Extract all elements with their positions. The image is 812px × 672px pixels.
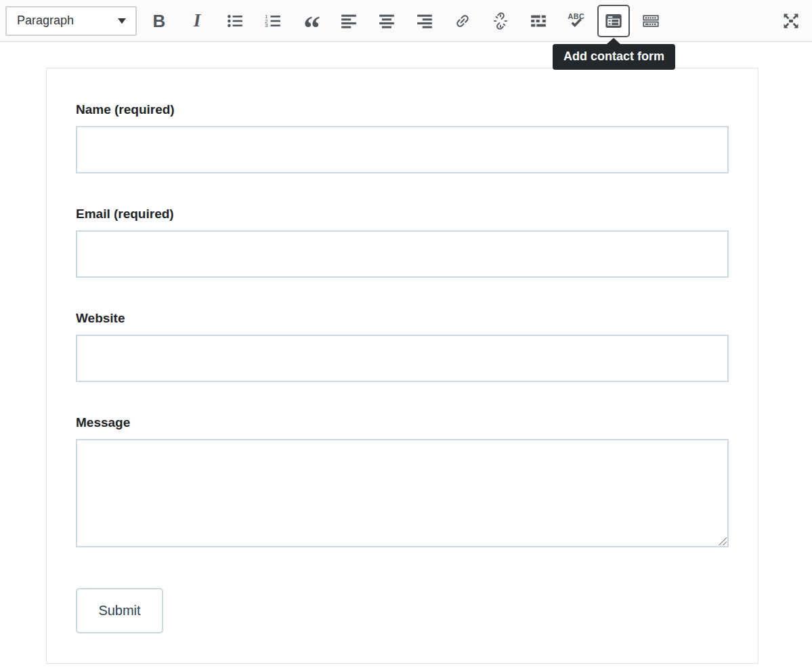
chevron-down-icon (118, 18, 126, 24)
align-center-icon (378, 12, 396, 30)
fullscreen-icon (781, 11, 801, 31)
contact-form-icon (604, 12, 623, 30)
svg-text:3: 3 (265, 22, 268, 28)
bold-icon: B (153, 12, 166, 30)
keyboard-button[interactable] (637, 7, 664, 35)
add-contact-form-button[interactable] (597, 5, 630, 37)
align-right-icon (416, 12, 433, 30)
editor-toolbar: Paragraph B I 1 2 3 “ (0, 0, 812, 42)
name-input[interactable] (76, 126, 729, 173)
website-field-label: Website (76, 310, 729, 327)
format-dropdown-value: Paragraph (17, 14, 74, 28)
message-textarea-wrap (76, 439, 729, 547)
link-icon (453, 12, 472, 30)
tooltip-add-contact-form: Add contact form (553, 44, 675, 70)
align-left-icon (340, 12, 358, 30)
format-dropdown[interactable]: Paragraph (5, 6, 137, 36)
insert-read-more-button[interactable] (525, 7, 552, 35)
remove-link-button[interactable] (487, 7, 514, 35)
tooltip-label: Add contact form (563, 49, 664, 63)
spellcheck-icon: ABC (566, 11, 586, 31)
field-group-email: Email (required) (76, 206, 729, 278)
message-textarea[interactable] (76, 439, 729, 547)
align-center-button[interactable] (373, 7, 400, 35)
contact-form-preview: Name (required) Email (required) Website… (46, 68, 758, 664)
field-group-name: Name (required) (76, 102, 729, 173)
fullscreen-button[interactable] (777, 7, 805, 35)
bold-button[interactable]: B (146, 7, 173, 35)
unlink-icon (491, 12, 510, 30)
insert-link-button[interactable] (449, 7, 476, 35)
numbered-list-icon: 1 2 3 (264, 12, 282, 30)
submit-button[interactable]: Submit (76, 588, 163, 633)
numbered-list-button[interactable]: 1 2 3 (259, 7, 286, 35)
blockquote-icon: “ (303, 19, 318, 37)
email-field-label: Email (required) (76, 206, 729, 222)
italic-button[interactable]: I (184, 7, 211, 35)
spellcheck-button[interactable]: ABC (563, 7, 590, 35)
align-left-button[interactable] (335, 7, 362, 35)
field-group-website: Website (76, 310, 729, 382)
keyboard-icon (641, 12, 660, 30)
bulleted-list-button[interactable] (221, 7, 249, 35)
bulleted-list-icon (226, 12, 244, 30)
email-input[interactable] (76, 230, 729, 278)
field-group-message: Message (76, 415, 729, 547)
align-right-button[interactable] (411, 7, 438, 35)
name-field-label: Name (required) (76, 102, 729, 118)
website-input[interactable] (76, 335, 729, 382)
italic-icon: I (194, 12, 201, 30)
message-field-label: Message (76, 415, 729, 431)
svg-text:ABC: ABC (568, 12, 585, 20)
blockquote-button[interactable]: “ (297, 7, 324, 35)
read-more-icon (530, 12, 547, 30)
